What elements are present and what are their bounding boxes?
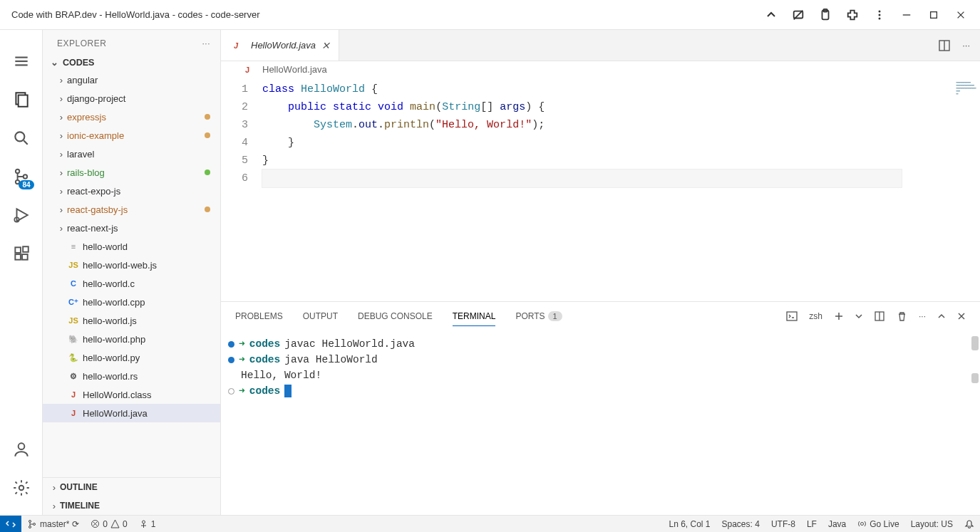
folder-item[interactable]: ›rails-blog <box>43 163 220 182</box>
account-icon[interactable] <box>4 432 38 466</box>
problems-status[interactable]: 0 0 <box>85 519 133 529</box>
notifications-icon[interactable] <box>959 519 980 529</box>
folder-item[interactable]: ›react-next-js <box>43 219 220 237</box>
folder-item[interactable]: ›laravel <box>43 145 220 163</box>
chevron-down-icon[interactable] <box>855 313 862 320</box>
trash-icon[interactable] <box>897 311 907 322</box>
new-terminal-icon[interactable] <box>834 311 844 321</box>
code-editor[interactable]: 123456 class HelloWorld { public static … <box>221 78 980 301</box>
language-mode[interactable]: Java <box>822 519 852 529</box>
svg-point-4 <box>879 10 881 12</box>
split-editor-icon[interactable] <box>938 39 951 52</box>
file-item[interactable]: JShello-world.js <box>43 311 220 330</box>
tab-terminal[interactable]: TERMINAL <box>453 307 496 326</box>
settings-gear-icon[interactable] <box>4 471 38 505</box>
sidebar-footer: ›OUTLINE ›TIMELINE <box>43 477 220 515</box>
run-debug-icon[interactable] <box>4 198 38 232</box>
folder-item[interactable]: ›react-expo-js <box>43 182 220 200</box>
outline-section[interactable]: ›OUTLINE <box>43 478 220 496</box>
tab-ports[interactable]: PORTS1 <box>515 307 562 325</box>
activity-bar: 84 <box>0 30 43 515</box>
svg-line-17 <box>24 140 27 144</box>
sidebar-section-codes[interactable]: ⌄ CODES <box>43 54 220 71</box>
extensions-icon[interactable] <box>4 236 38 271</box>
file-item[interactable]: ≡hello-world <box>43 237 220 256</box>
chevron-up-icon[interactable] <box>937 312 946 320</box>
file-item[interactable]: ⚙hello-world.rs <box>43 367 220 385</box>
breadcrumb[interactable]: J HelloWorld.java <box>221 61 980 78</box>
minimap[interactable]: ▬▬▬▬▬▬▬▬▬▬▬▬▬▬▬▬▬▬▬▬▬▬▬▬▬▬▬▬▬▬▬▬ <box>956 80 976 95</box>
extension-icon[interactable] <box>846 9 859 21</box>
cursor-position[interactable]: Ln 6, Col 1 <box>663 519 716 529</box>
folder-item[interactable]: ›ionic-example <box>43 126 220 145</box>
chevron-right-icon: › <box>56 75 67 85</box>
chevron-right-icon: › <box>56 93 67 104</box>
indentation[interactable]: Spaces: 4 <box>716 519 765 529</box>
close-tab-icon[interactable]: ✕ <box>321 40 330 51</box>
encoding[interactable]: UTF-8 <box>765 519 801 529</box>
file-label: hello-world.cpp <box>83 297 216 308</box>
close-panel-icon[interactable] <box>957 312 966 320</box>
scrollbar-thumb[interactable] <box>971 373 979 383</box>
more-vertical-icon[interactable] <box>873 9 886 21</box>
terminal-shell-icon[interactable] <box>786 311 798 322</box>
bullet-icon <box>228 357 234 363</box>
file-type-icon: J <box>67 409 80 417</box>
folder-item[interactable]: ›angular <box>43 71 220 89</box>
modified-dot-icon <box>205 207 210 212</box>
sidebar-header: EXPLORER ··· <box>43 30 220 54</box>
file-item[interactable]: C⁺hello-world.cpp <box>43 293 220 311</box>
explorer-icon[interactable] <box>4 83 38 117</box>
tab-output[interactable]: OUTPUT <box>303 307 338 325</box>
clipboard-icon[interactable] <box>819 9 832 21</box>
close-icon[interactable] <box>954 9 967 21</box>
folder-item[interactable]: ›expressjs <box>43 108 220 126</box>
scrollbar-thumb[interactable] <box>971 336 979 350</box>
java-file-icon: J <box>229 41 242 50</box>
svg-point-43 <box>142 521 145 523</box>
window-title: Code with BRAP.dev - HelloWorld.java - c… <box>6 9 765 20</box>
eol[interactable]: LF <box>801 519 822 529</box>
more-icon[interactable]: ··· <box>962 40 970 51</box>
file-item[interactable]: Chello-world.c <box>43 274 220 293</box>
tab-problems[interactable]: PROBLEMS <box>235 307 283 325</box>
keyboard-layout[interactable]: Layout: US <box>905 519 959 529</box>
chevron-right-icon: › <box>56 130 67 141</box>
cursor <box>284 385 292 397</box>
split-terminal-icon[interactable] <box>874 311 885 322</box>
screen-off-icon[interactable] <box>792 9 805 21</box>
menu-icon[interactable] <box>4 44 38 78</box>
more-icon[interactable]: ··· <box>202 38 210 48</box>
tab-helloworld-java[interactable]: J HelloWorld.java ✕ <box>221 30 339 61</box>
minimize-icon[interactable] <box>900 9 913 21</box>
svg-rect-25 <box>23 246 29 252</box>
git-branch[interactable]: master*⟳ <box>21 519 85 529</box>
shell-name[interactable]: zsh <box>809 311 822 321</box>
file-item[interactable]: JHelloWorld.class <box>43 385 220 404</box>
source-control-icon[interactable]: 84 <box>4 160 38 194</box>
timeline-section[interactable]: ›TIMELINE <box>43 496 220 515</box>
folder-item[interactable]: ›react-gatsby-js <box>43 200 220 219</box>
ports-status[interactable]: 1 <box>133 519 162 529</box>
file-item[interactable]: JShello-world-web.js <box>43 256 220 274</box>
terminal[interactable]: ➜ codes javac HelloWorld.java ➜ codes ja… <box>221 330 980 515</box>
search-icon[interactable] <box>4 121 38 155</box>
tab-debug-console[interactable]: DEBUG CONSOLE <box>358 307 433 325</box>
code-content[interactable]: class HelloWorld { public static void ma… <box>262 78 980 301</box>
file-item[interactable]: 🐘hello-world.php <box>43 330 220 348</box>
svg-point-5 <box>879 14 881 16</box>
chevron-right-icon: › <box>56 112 67 122</box>
maximize-icon[interactable] <box>927 9 940 21</box>
more-icon[interactable]: ··· <box>919 311 926 321</box>
prompt-arrow-icon: ➜ <box>239 383 245 399</box>
chevron-right-icon: › <box>56 149 67 160</box>
file-label: hello-world.rs <box>83 371 216 382</box>
remote-indicator[interactable] <box>0 516 21 532</box>
chevron-up-icon[interactable] <box>765 9 778 21</box>
file-item[interactable]: 🐍hello-world.py <box>43 348 220 367</box>
panel: PROBLEMS OUTPUT DEBUG CONSOLE TERMINAL P… <box>221 301 980 515</box>
folder-item[interactable]: ›django-project <box>43 89 220 108</box>
file-item[interactable]: JHelloWorld.java <box>43 404 220 422</box>
svg-rect-24 <box>22 254 28 260</box>
go-live[interactable]: Go Live <box>852 519 904 529</box>
